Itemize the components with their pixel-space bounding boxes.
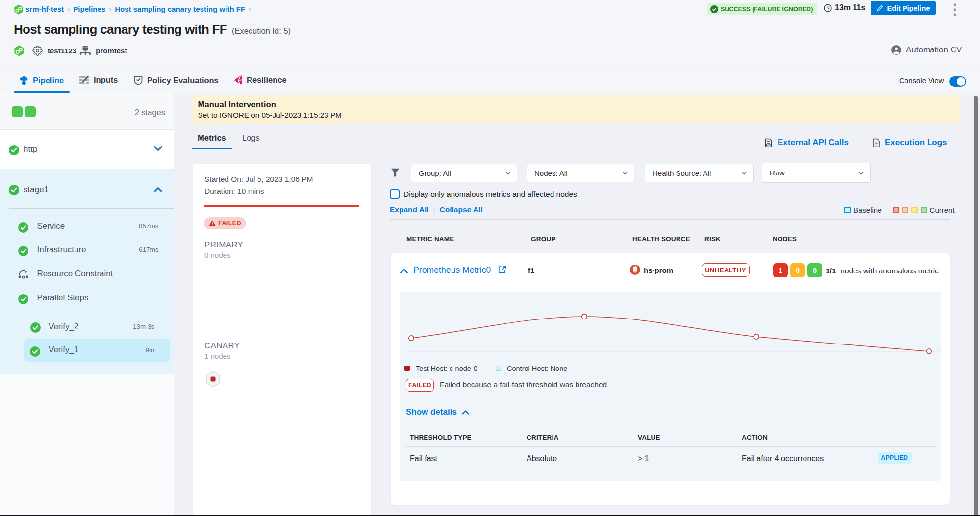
svg-text:API: API — [765, 143, 771, 147]
